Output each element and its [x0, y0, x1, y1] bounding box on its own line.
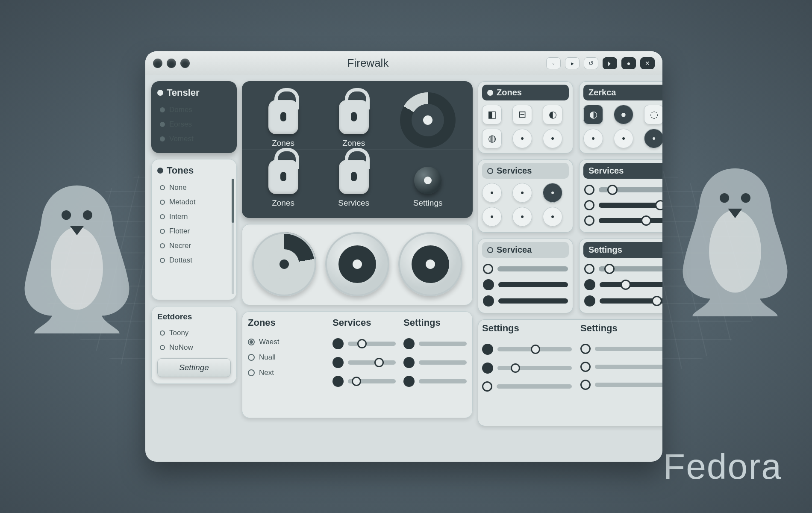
dials-card — [242, 224, 473, 305]
lock-icon — [339, 100, 369, 134]
slider[interactable] — [403, 334, 467, 353]
grid-cell[interactable]: Zones — [318, 87, 389, 155]
sidebar-item[interactable]: Flotter — [157, 224, 231, 239]
panel-icon-button[interactable]: • — [583, 129, 603, 148]
panel-icon-button[interactable]: ● — [614, 105, 633, 124]
svg-point-5 — [741, 193, 750, 203]
window-title: Firewalk — [190, 56, 546, 70]
slider[interactable] — [403, 372, 467, 391]
panel-settings: Settings — [579, 239, 662, 313]
panel-icon-button[interactable]: ◧ — [482, 105, 502, 124]
slider[interactable] — [483, 279, 568, 290]
panel-title: Services — [497, 166, 532, 176]
panel-dot[interactable]: • — [543, 207, 562, 227]
panel-icon-button[interactable]: • — [543, 129, 562, 148]
slider[interactable] — [584, 200, 662, 210]
panel-icon-button[interactable]: • — [644, 129, 662, 148]
sidebar-item[interactable]: NoNow — [157, 340, 231, 355]
titlebar-button[interactable]: ↺ — [584, 57, 598, 69]
sidebar-item[interactable]: Necrer — [157, 239, 231, 253]
svg-point-0 — [51, 227, 103, 310]
grid-cell[interactable]: Zones — [248, 155, 318, 215]
slider[interactable] — [584, 264, 662, 274]
column-heading: Settings — [580, 323, 662, 334]
settings-button[interactable]: Settinge — [157, 358, 231, 377]
panel-dot[interactable]: • — [512, 207, 532, 227]
zone-option[interactable]: Waest — [248, 334, 325, 350]
sidebar-group-title: Tensler — [167, 87, 200, 98]
slider[interactable] — [580, 340, 662, 358]
grid-cell[interactable] — [389, 87, 467, 155]
slider[interactable] — [584, 215, 662, 226]
zone-option[interactable]: Nuall — [248, 350, 325, 365]
panel-servicea: Servicea — [478, 239, 573, 313]
panel-zerkca: Zerkca ◐●◌ ••• — [579, 81, 662, 153]
zones-grid-card: Zones Zones Zones Services Settings — [242, 81, 473, 218]
sidebar-item[interactable]: Dottast — [157, 253, 231, 268]
sidebar-item[interactable]: None — [157, 180, 231, 195]
titlebar-button[interactable]: ◦ — [546, 57, 561, 69]
brand-label: Fedora — [663, 446, 782, 487]
panel-icon-button[interactable]: ◐ — [583, 105, 603, 124]
grid-cell[interactable]: Settings — [389, 155, 467, 215]
sidebar-group-tensler: Tensler Domes Eorses Vomest — [151, 81, 237, 153]
traffic-dot[interactable] — [180, 59, 190, 68]
dial[interactable] — [252, 232, 316, 296]
panel-icon-button[interactable]: ⊟ — [512, 105, 532, 124]
slider[interactable] — [482, 340, 572, 359]
panel-settings-wide: Settings Settings — [478, 319, 662, 426]
panel-title: Servicea — [497, 245, 532, 255]
slider[interactable] — [580, 358, 662, 376]
slider[interactable] — [584, 279, 662, 290]
titlebar-button[interactable]: ● — [621, 57, 636, 69]
traffic-dot[interactable] — [153, 59, 162, 68]
penguin-left-icon — [17, 180, 137, 333]
slider[interactable] — [584, 185, 662, 195]
slider[interactable] — [332, 353, 396, 372]
sidebar-group-eetdores: Eetdores Toony NoNow Settinge — [151, 306, 237, 384]
sidebar-item[interactable]: Toony — [157, 326, 231, 340]
panel-icon-button[interactable]: ◐ — [543, 105, 562, 124]
slider[interactable] — [483, 295, 568, 307]
svg-point-3 — [709, 210, 761, 293]
panel-zones: Zones ◧⊟◐ ◍•• — [478, 81, 573, 153]
panel-dot[interactable]: • — [482, 207, 502, 227]
panel-icon-button[interactable]: • — [512, 129, 532, 148]
slider[interactable] — [482, 359, 572, 377]
titlebar-actions: ◦ ▸ ↺ ⏵ ● ✕ — [546, 57, 655, 69]
panel-dot[interactable]: • — [482, 183, 502, 203]
panel-dot[interactable]: • — [543, 183, 562, 203]
titlebar-button[interactable]: ▸ — [565, 57, 580, 69]
slider[interactable] — [332, 334, 396, 353]
close-button[interactable]: ✕ — [640, 57, 655, 69]
traffic-dot[interactable] — [167, 59, 176, 68]
slider[interactable] — [483, 264, 568, 274]
slider[interactable] — [580, 376, 662, 394]
grid-cell[interactable]: Zones — [248, 87, 318, 155]
svg-point-2 — [83, 210, 92, 220]
dial[interactable] — [398, 232, 462, 296]
titlebar-button[interactable]: ⏵ — [603, 57, 617, 69]
panel-icon-button[interactable]: ◌ — [644, 105, 662, 124]
slider[interactable] — [403, 353, 467, 372]
slider[interactable] — [332, 372, 396, 391]
sidebar-item[interactable]: Intern — [157, 209, 231, 224]
panel-title: Zones — [497, 88, 522, 97]
sidebar-item[interactable]: Eorses — [157, 117, 231, 132]
panel-title: Settings — [588, 245, 622, 255]
scrollbar[interactable] — [232, 179, 234, 294]
sidebar: Tensler Domes Eorses Vomest Tones None M… — [151, 81, 237, 456]
panel-title: Services — [588, 166, 624, 176]
zone-option[interactable]: Next — [248, 365, 325, 380]
dial[interactable] — [325, 232, 389, 296]
panel-icon-button[interactable]: • — [614, 129, 633, 148]
grid-cell[interactable]: Services — [318, 155, 389, 215]
sidebar-item[interactable]: Vomest — [157, 132, 231, 146]
panel-icon-button[interactable]: ◍ — [482, 129, 502, 148]
slider[interactable] — [584, 295, 662, 307]
slider[interactable] — [482, 377, 572, 395]
column-heading: Zones — [248, 317, 325, 328]
sidebar-item[interactable]: Metadot — [157, 195, 231, 209]
panel-dot[interactable]: • — [512, 183, 532, 203]
sidebar-item[interactable]: Domes — [157, 103, 231, 117]
